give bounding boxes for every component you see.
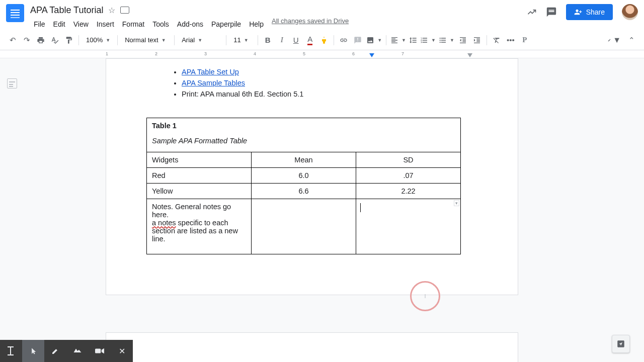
account-avatar[interactable] (622, 4, 638, 20)
text-color-button[interactable]: A (303, 34, 316, 47)
menu-tools[interactable]: Tools (149, 18, 173, 30)
bold-button[interactable]: B (261, 34, 274, 47)
rec-video-tool[interactable] (89, 340, 111, 362)
comments-icon[interactable] (546, 7, 557, 18)
italic-button[interactable]: I (275, 34, 288, 47)
style-select[interactable]: Normal text▼ (121, 34, 171, 47)
list-item: Print: APA manual 6th Ed. Section 5.1 (182, 89, 477, 100)
explore-button[interactable] (612, 335, 630, 353)
rec-close-button[interactable]: ✕ (111, 340, 133, 362)
notes-cell[interactable]: Notes. General notes go here. a notes sp… (147, 199, 252, 254)
menu-paperpile[interactable]: Paperpile (208, 18, 245, 30)
table-row[interactable]: Yellow 6.6 2.22 (147, 184, 461, 199)
rec-pencil-tool[interactable] (44, 340, 66, 362)
docs-icon[interactable] (6, 4, 24, 22)
menu-file[interactable]: File (30, 18, 49, 30)
redo-button[interactable]: ↷ (20, 34, 33, 47)
list-item: APA Sample Tables (182, 78, 477, 89)
indent-marker-icon[interactable] (369, 53, 374, 58)
link-apa-setup[interactable]: APA Table Set Up (182, 68, 239, 76)
list-text: Print: APA manual 6th Ed. Section 5.1 (182, 90, 303, 98)
clear-formatting-button[interactable] (490, 34, 503, 47)
table-row[interactable]: Notes. General notes go here. a notes sp… (147, 199, 461, 254)
paint-format-button[interactable] (62, 34, 75, 47)
numbered-list-button[interactable]: ▼ (419, 34, 437, 47)
save-status[interactable]: All changes saved in Drive (262, 17, 349, 28)
col-header[interactable]: SD (356, 152, 461, 168)
star-icon[interactable]: ☆ (108, 6, 115, 15)
svg-marker-6 (102, 348, 104, 354)
rec-cursor-tool[interactable] (22, 340, 44, 362)
table-row[interactable]: Red 6.0 .07 (147, 168, 461, 184)
svg-rect-3 (8, 346, 14, 347)
activity-icon[interactable] (527, 7, 537, 17)
rec-highlighter-tool[interactable] (66, 340, 89, 362)
ruler[interactable]: 1 2 3 4 5 6 7 (0, 50, 644, 58)
link-button[interactable] (337, 34, 350, 47)
resource-list: APA Table Set Up APA Sample Tables Print… (182, 67, 477, 100)
cell-handle-icon[interactable]: ▾ (454, 200, 459, 206)
text-cursor (360, 203, 361, 212)
svg-rect-5 (95, 349, 101, 353)
align-button[interactable]: ▼ (389, 34, 407, 47)
indent-increase-button[interactable] (470, 34, 484, 47)
col-header[interactable]: Widgets (147, 152, 252, 168)
menu-addons[interactable]: Add-ons (174, 18, 207, 30)
toolbar: ↶ ↷ 100%▼ Normal text▼ Arial▼ 11▼ B I U … (0, 30, 644, 50)
share-label: Share (586, 8, 605, 16)
rec-text-tool[interactable] (0, 340, 22, 362)
list-item: APA Table Set Up (182, 67, 477, 78)
more-button[interactable]: ••• (504, 34, 517, 47)
document-title[interactable]: APA Table Tutorial (30, 5, 103, 16)
annotation-circle: I (410, 281, 440, 311)
editing-mode-button[interactable]: ▼ (608, 34, 621, 47)
paperpile-icon[interactable]: P (518, 34, 531, 47)
recorder-bar: ✕ (0, 340, 133, 362)
zoom-select[interactable]: 100%▼ (82, 34, 114, 47)
share-button[interactable]: Share (566, 4, 613, 20)
outline-toggle[interactable] (7, 78, 17, 88)
document-canvas[interactable]: APA Table Set Up APA Sample Tables Print… (0, 58, 644, 362)
menu-format[interactable]: Format (119, 18, 148, 30)
print-button[interactable] (34, 34, 47, 47)
undo-button[interactable]: ↶ (6, 34, 19, 47)
underline-button[interactable]: U (289, 34, 302, 47)
link-apa-samples[interactable]: APA Sample Tables (182, 79, 245, 87)
svg-rect-4 (8, 354, 14, 355)
table-number: Table 1 (152, 122, 455, 130)
comment-button[interactable] (351, 34, 364, 47)
image-button[interactable]: ▼ (365, 34, 383, 47)
menu-view[interactable]: View (70, 18, 92, 30)
col-header[interactable]: Mean (252, 152, 356, 168)
menu-insert[interactable]: Insert (93, 18, 118, 30)
page-2[interactable] (106, 332, 518, 362)
move-folder-icon[interactable] (120, 7, 129, 14)
indent-decrease-button[interactable] (456, 34, 469, 47)
spellcheck-button[interactable] (48, 34, 61, 47)
svg-marker-0 (369, 53, 374, 57)
table-header-cell[interactable]: Table 1 Sample APA Formatted Table (147, 118, 461, 152)
bulleted-list-button[interactable]: ▼ (438, 34, 455, 47)
font-select[interactable]: Arial▼ (178, 34, 223, 47)
menu-edit[interactable]: Edit (50, 18, 69, 30)
svg-marker-1 (467, 53, 472, 57)
table-caption: Sample APA Formatted Table (152, 137, 247, 145)
fontsize-select[interactable]: 11▼ (229, 34, 255, 47)
expand-button[interactable]: ⌃ (625, 34, 638, 47)
highlight-button[interactable] (317, 34, 331, 47)
active-cell[interactable]: ▾ (356, 199, 461, 254)
right-indent-marker-icon[interactable] (467, 53, 472, 58)
linespacing-button[interactable] (408, 34, 418, 47)
apa-table[interactable]: Table 1 Sample APA Formatted Table Widge… (146, 118, 461, 254)
page-1[interactable]: APA Table Set Up APA Sample Tables Print… (106, 58, 518, 295)
svg-rect-2 (10, 346, 11, 355)
